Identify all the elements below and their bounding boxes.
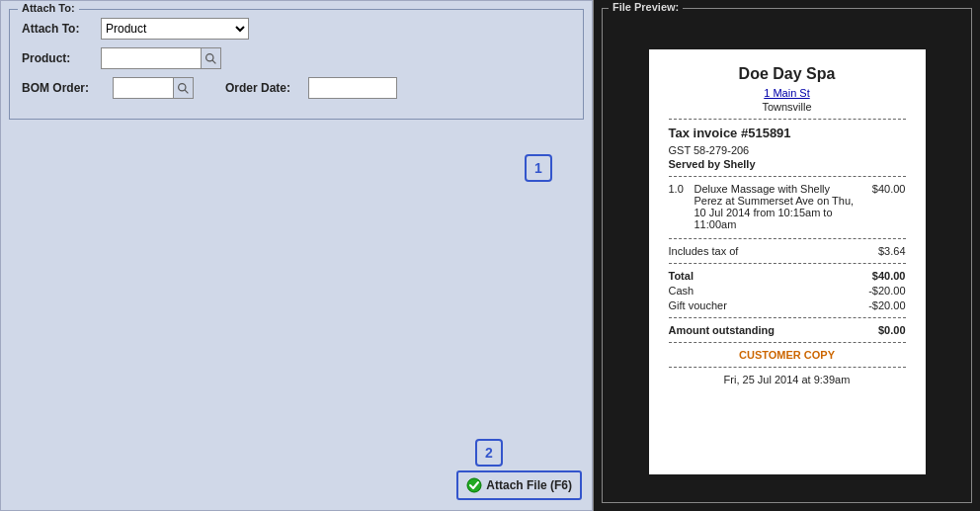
receipt-item-price: $40.00 — [861, 183, 906, 230]
receipt-item: 1.0 Deluxe Massage with Shelly Perez at … — [669, 183, 906, 230]
bom-order-container — [113, 77, 194, 99]
receipt-gift-value: -$20.00 — [868, 299, 905, 311]
receipt-outstanding-label: Amount outstanding — [669, 324, 776, 336]
group-legend: Attach To: — [18, 2, 79, 14]
receipt-cash-value: -$20.00 — [868, 285, 905, 297]
receipt-served: Served by Shelly — [669, 158, 906, 170]
receipt-total-label: Total — [669, 270, 694, 282]
receipt-item-desc: Deluxe Massage with Shelly Perez at Summ… — [694, 183, 856, 230]
receipt-cash-label: Cash — [669, 285, 694, 297]
receipt-total-value: $40.00 — [872, 270, 906, 282]
receipt-gift-label: Gift voucher — [669, 299, 727, 311]
product-search-button[interactable] — [201, 48, 220, 68]
attach-to-label: Attach To: — [22, 22, 101, 36]
attach-file-button[interactable]: Attach File (F6) — [456, 470, 582, 500]
attach-to-select[interactable]: Product Customer Supplier Staff — [101, 18, 249, 40]
receipt-divider-6 — [669, 342, 906, 343]
receipt-divider-5 — [669, 317, 906, 318]
bom-search-button[interactable] — [173, 78, 193, 98]
receipt-divider-3 — [669, 238, 906, 239]
receipt-gst: GST 58-279-206 — [669, 144, 906, 156]
receipt-tax-label: Includes tax of — [669, 245, 739, 257]
receipt-address: 1 Main St — [669, 87, 906, 99]
receipt-footer: Fri, 25 Jul 2014 at 9:39am — [669, 374, 906, 385]
bom-order-label: BOM Order: — [22, 81, 101, 95]
receipt: Doe Day Spa 1 Main St Townsville Tax inv… — [649, 49, 926, 474]
receipt-divider-2 — [669, 176, 906, 177]
receipt-outstanding-line: Amount outstanding $0.00 — [669, 324, 906, 336]
product-field-container — [101, 47, 221, 69]
right-panel: File Preview: Doe Day Spa 1 Main St Town… — [593, 0, 980, 511]
receipt-outstanding-value: $0.00 — [878, 324, 906, 336]
receipt-tax-value: $3.64 — [878, 245, 906, 257]
receipt-divider-7 — [669, 367, 906, 368]
file-preview-border: File Preview: Doe Day Spa 1 Main St Town… — [602, 8, 972, 503]
svg-line-1 — [212, 60, 215, 63]
receipt-tax-line: Includes tax of $3.64 — [669, 245, 906, 257]
product-label: Product: — [22, 51, 101, 65]
bom-order-input[interactable] — [114, 78, 173, 98]
file-preview-label: File Preview: — [609, 1, 683, 13]
receipt-divider-4 — [669, 263, 906, 264]
svg-point-2 — [179, 83, 186, 90]
receipt-divider-1 — [669, 119, 906, 120]
receipt-gift-line: Gift voucher -$20.00 — [669, 299, 906, 311]
receipt-cash-line: Cash -$20.00 — [669, 285, 906, 297]
attach-file-label: Attach File (F6) — [486, 478, 572, 492]
badge-2: 2 — [475, 439, 503, 467]
product-row: Product: — [22, 47, 571, 69]
bom-row: BOM Order: Order Date: — [22, 77, 571, 99]
check-icon — [466, 477, 482, 493]
receipt-container: Doe Day Spa 1 Main St Townsville Tax inv… — [603, 9, 971, 502]
receipt-title: Doe Day Spa — [669, 65, 906, 83]
badge-1: 1 — [525, 154, 552, 182]
svg-point-0 — [206, 53, 213, 60]
order-date-label: Order Date: — [225, 81, 290, 95]
svg-line-3 — [185, 90, 188, 93]
attach-to-row: Attach To: Product Customer Supplier Sta… — [22, 18, 571, 40]
product-input[interactable] — [102, 48, 201, 68]
receipt-item-num: 1.0 — [669, 183, 689, 230]
search-icon-bom — [177, 82, 190, 95]
order-date-input[interactable] — [308, 77, 397, 99]
receipt-city: Townsville — [669, 101, 906, 113]
left-panel: Attach To: Attach To: Product Customer S… — [0, 0, 593, 511]
search-icon — [204, 52, 217, 65]
receipt-customer-copy: CUSTOMER COPY — [669, 349, 906, 361]
receipt-total-line: Total $40.00 — [669, 270, 906, 282]
attach-to-group: Attach To: Attach To: Product Customer S… — [9, 9, 584, 120]
receipt-invoice-title: Tax invoice #515891 — [669, 126, 906, 140]
